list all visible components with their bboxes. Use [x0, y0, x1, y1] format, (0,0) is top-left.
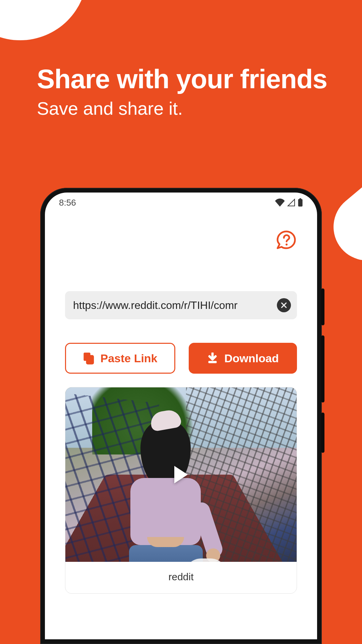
- phone-side-button: [321, 288, 324, 325]
- url-input[interactable]: https://www.reddit.com/r/TIHI/comr: [65, 291, 297, 319]
- svg-point-2: [286, 244, 288, 246]
- svg-rect-6: [208, 361, 217, 363]
- svg-rect-0: [298, 199, 303, 207]
- help-icon[interactable]: [276, 229, 297, 251]
- phone-side-button: [321, 335, 324, 402]
- signal-icon: [287, 199, 296, 207]
- download-button[interactable]: Download: [189, 343, 297, 374]
- status-icons: [275, 198, 303, 207]
- paste-link-label: Paste Link: [100, 352, 157, 365]
- paste-icon: [83, 352, 94, 365]
- status-time: 8:56: [59, 198, 76, 208]
- result-card: reddit: [65, 387, 297, 594]
- card-caption: reddit: [65, 562, 297, 593]
- phone-screen: 8:56 https://www.reddit.com/r/TIHI/comr: [45, 193, 317, 639]
- download-label: Download: [224, 352, 279, 365]
- phone-side-button: [321, 413, 324, 453]
- paste-link-button[interactable]: Paste Link: [65, 343, 175, 374]
- wifi-icon: [275, 199, 285, 207]
- svg-rect-5: [87, 356, 94, 364]
- decorative-pill: [320, 115, 362, 274]
- phone-frame: 8:56 https://www.reddit.com/r/TIHI/comr: [40, 188, 322, 644]
- close-icon: [280, 302, 288, 309]
- play-icon: [174, 466, 188, 483]
- status-bar: 8:56: [45, 193, 317, 209]
- battery-icon: [298, 198, 303, 207]
- clear-input-button[interactable]: [277, 298, 291, 312]
- download-icon: [207, 353, 218, 364]
- video-thumbnail[interactable]: [65, 387, 297, 562]
- decorative-circle: [0, 0, 87, 40]
- hero-text: Share with your friends Save and share i…: [37, 64, 327, 119]
- svg-rect-1: [299, 198, 301, 200]
- url-value: https://www.reddit.com/r/TIHI/comr: [73, 299, 272, 312]
- hero-subtitle: Save and share it.: [37, 98, 327, 119]
- hero-title: Share with your friends: [37, 64, 327, 95]
